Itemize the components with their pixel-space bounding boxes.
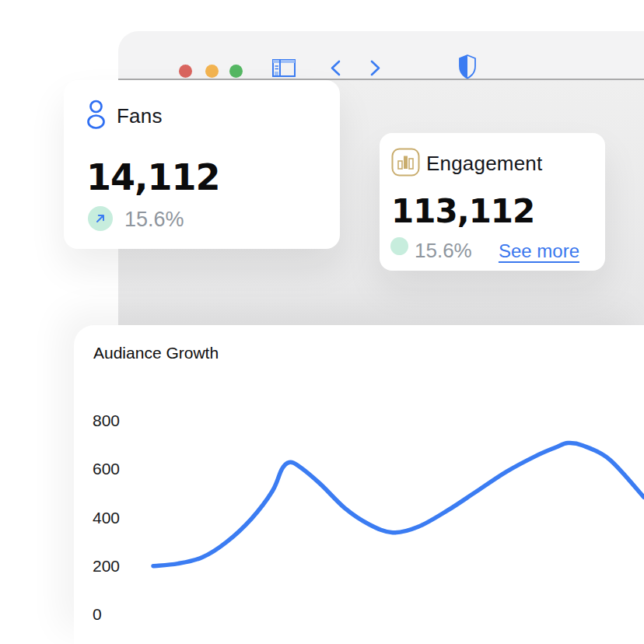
fans-delta: 15.6%: [124, 208, 184, 232]
engagement-card-title: Engagement: [426, 152, 542, 176]
audience-growth-line: [153, 443, 644, 565]
line-chart: [74, 325, 644, 644]
engagement-count: 113,112: [391, 192, 534, 230]
forward-chevron-icon[interactable]: [369, 60, 382, 76]
window-minimize-button[interactable]: [205, 65, 219, 78]
fans-count: 14,112: [86, 156, 220, 198]
see-more-link[interactable]: See more: [499, 240, 579, 262]
fans-card: Fans 14,112 15.6%: [64, 80, 340, 249]
sidebar-toggle-icon[interactable]: [272, 59, 296, 77]
trend-dot: [390, 237, 408, 255]
fans-card-title: Fans: [117, 104, 163, 128]
window-zoom-button[interactable]: [229, 65, 243, 78]
engagement-card: Engagement 113,112 15.6% See more: [380, 133, 605, 271]
back-chevron-icon[interactable]: [329, 60, 341, 76]
bar-chart-icon: [391, 148, 420, 177]
user-icon: [86, 100, 107, 130]
window-close-button[interactable]: [179, 65, 192, 78]
browser-titlebar: [118, 31, 644, 80]
dashboard-mockup: Fans 14,112 15.6% Engagement 113,112 15.…: [0, 0, 644, 644]
engagement-delta: 15.6%: [415, 239, 472, 263]
arrow-up-right-icon: [93, 212, 107, 226]
shield-icon: [459, 54, 476, 79]
trend-up-badge: [88, 206, 113, 231]
audience-growth-panel: Audiance Growth 8006004002000: [74, 325, 644, 644]
